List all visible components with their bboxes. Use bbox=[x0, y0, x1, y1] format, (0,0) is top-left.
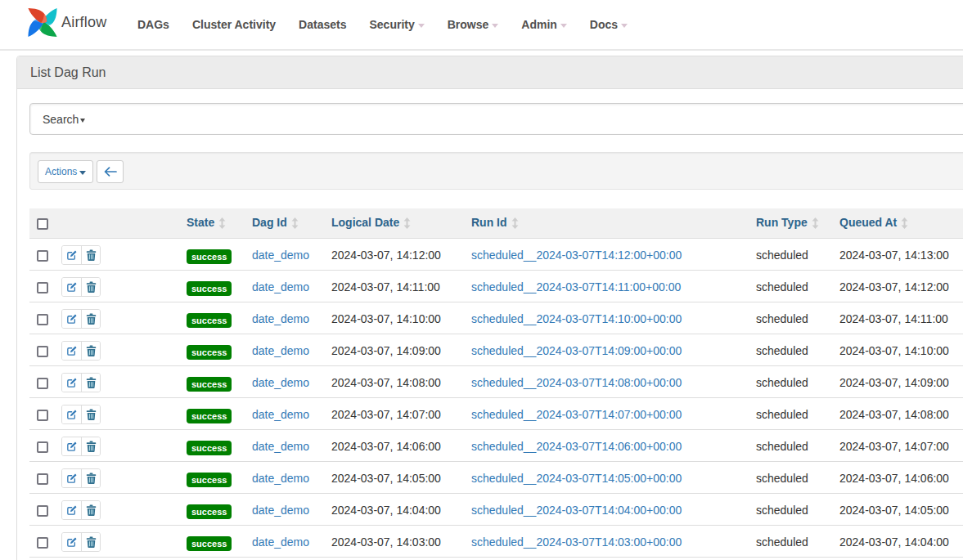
queued-at-value: 2024-03-07, 14:05:00 bbox=[839, 504, 949, 517]
column-sort-link[interactable]: Run Id bbox=[471, 215, 519, 231]
run-id-cell: scheduled__2024-03-07T14:08:00+00:00 bbox=[465, 365, 749, 397]
navbar-item-dags[interactable]: DAGs bbox=[126, 0, 181, 49]
dag-run-row: success date_demo 2024-03-07, 14:09:00 s… bbox=[29, 334, 963, 365]
edit-record-button[interactable] bbox=[62, 310, 81, 328]
navbar-item-docs[interactable]: Docs bbox=[578, 0, 639, 49]
edit-record-button[interactable] bbox=[62, 374, 81, 392]
edit-record-button[interactable] bbox=[62, 501, 81, 519]
caret-down-icon bbox=[79, 171, 86, 175]
column-sort-link[interactable]: State bbox=[187, 215, 226, 231]
airflow-brand[interactable]: Airflow bbox=[27, 7, 106, 38]
dag-id-link[interactable]: date_demo bbox=[252, 376, 309, 389]
delete-record-button[interactable] bbox=[81, 469, 100, 487]
select-all-checkbox[interactable] bbox=[37, 218, 48, 230]
column-sort-link[interactable]: Logical Date bbox=[331, 215, 411, 231]
row-checkbox[interactable] bbox=[37, 505, 48, 517]
dag-id-link[interactable]: date_demo bbox=[252, 440, 309, 453]
run-id-cell: scheduled__2024-03-07T14:05:00+00:00 bbox=[465, 461, 749, 493]
row-actions-cell bbox=[55, 302, 180, 334]
chevron-down-icon bbox=[492, 24, 498, 28]
run-id-link[interactable]: scheduled__2024-03-07T14:08:00+00:00 bbox=[471, 376, 682, 389]
row-checkbox[interactable] bbox=[37, 282, 48, 293]
edit-record-button[interactable] bbox=[62, 405, 81, 423]
row-checkbox[interactable] bbox=[37, 441, 48, 453]
row-select-cell bbox=[29, 493, 55, 525]
run-id-link[interactable]: scheduled__2024-03-07T14:12:00+00:00 bbox=[471, 249, 682, 262]
navbar-item-label: Security bbox=[369, 18, 414, 31]
actions-button[interactable]: Actions bbox=[38, 160, 93, 183]
navbar-item-datasets[interactable]: Datasets bbox=[287, 0, 358, 49]
dag-id-link[interactable]: date_demo bbox=[252, 344, 309, 357]
column-sort-link[interactable]: Dag Id bbox=[252, 215, 299, 231]
row-select-cell bbox=[29, 525, 55, 557]
state-cell: success bbox=[180, 493, 245, 525]
dag-id-cell: date_demo bbox=[245, 461, 325, 493]
edit-icon bbox=[66, 345, 78, 356]
dag-id-cell: date_demo bbox=[245, 365, 325, 397]
row-select-cell bbox=[29, 238, 55, 270]
dag-id-cell: date_demo bbox=[245, 270, 325, 302]
edit-record-button[interactable] bbox=[62, 278, 81, 296]
navbar-item-browse[interactable]: Browse bbox=[436, 0, 511, 49]
edit-icon bbox=[66, 313, 78, 325]
edit-record-button[interactable] bbox=[62, 342, 81, 360]
run-id-link[interactable]: scheduled__2024-03-07T14:07:00+00:00 bbox=[471, 408, 682, 421]
delete-record-button[interactable] bbox=[81, 342, 100, 360]
logical-date-value: 2024-03-07, 14:07:00 bbox=[331, 408, 441, 421]
column-sort-link[interactable]: Queued At bbox=[839, 215, 908, 231]
run-id-link[interactable]: scheduled__2024-03-07T14:03:00+00:00 bbox=[471, 535, 682, 549]
logical-date-value: 2024-03-07, 14:09:00 bbox=[331, 344, 441, 357]
dag-id-link[interactable]: date_demo bbox=[252, 312, 309, 325]
edit-record-button[interactable] bbox=[62, 469, 81, 487]
delete-record-button[interactable] bbox=[81, 310, 100, 328]
row-checkbox[interactable] bbox=[37, 378, 48, 389]
run-id-link[interactable]: scheduled__2024-03-07T14:04:00+00:00 bbox=[471, 504, 682, 517]
dag-id-link[interactable]: date_demo bbox=[252, 472, 309, 485]
queued-at-value: 2024-03-07, 14:13:00 bbox=[839, 249, 949, 262]
row-checkbox[interactable] bbox=[37, 473, 48, 485]
delete-record-button[interactable] bbox=[81, 405, 100, 423]
delete-record-button[interactable] bbox=[81, 374, 100, 392]
navbar-item-cluster-activity[interactable]: Cluster Activity bbox=[181, 0, 287, 49]
delete-record-button[interactable] bbox=[81, 246, 100, 264]
navbar-item-admin[interactable]: Admin bbox=[510, 0, 578, 49]
edit-record-button[interactable] bbox=[62, 437, 81, 455]
row-checkbox[interactable] bbox=[37, 346, 48, 357]
run-type-value: scheduled bbox=[756, 440, 808, 453]
dag-id-link[interactable]: date_demo bbox=[252, 504, 309, 517]
delete-record-button[interactable] bbox=[81, 437, 100, 455]
run-id-link[interactable]: scheduled__2024-03-07T14:05:00+00:00 bbox=[471, 472, 682, 485]
search-dropdown[interactable]: Search bbox=[29, 103, 963, 135]
state-cell: success bbox=[180, 302, 245, 334]
delete-record-button[interactable] bbox=[81, 278, 100, 296]
dag-id-cell: date_demo bbox=[245, 493, 325, 525]
dag-id-link[interactable]: date_demo bbox=[252, 535, 309, 549]
column-sort-link[interactable]: Run Type bbox=[756, 215, 819, 231]
state-cell: success bbox=[180, 334, 245, 365]
row-checkbox[interactable] bbox=[37, 250, 48, 262]
row-select-cell bbox=[29, 365, 55, 397]
run-type-cell: scheduled bbox=[749, 334, 833, 365]
edit-record-button[interactable] bbox=[62, 533, 81, 551]
queued-at-cell: 2024-03-07, 14:04:00 bbox=[833, 525, 963, 557]
navbar-item-security[interactable]: Security bbox=[358, 0, 435, 49]
dag-id-link[interactable]: date_demo bbox=[252, 280, 309, 293]
run-id-link[interactable]: scheduled__2024-03-07T14:10:00+00:00 bbox=[471, 312, 682, 325]
run-id-link[interactable]: scheduled__2024-03-07T14:09:00+00:00 bbox=[471, 344, 682, 357]
run-id-link[interactable]: scheduled__2024-03-07T14:06:00+00:00 bbox=[471, 440, 682, 453]
back-button[interactable] bbox=[97, 160, 124, 183]
run-id-cell: scheduled__2024-03-07T14:10:00+00:00 bbox=[465, 302, 749, 334]
queued-at-value: 2024-03-07, 14:04:00 bbox=[839, 535, 949, 549]
panel-body: Search Actions bbox=[17, 89, 963, 560]
dag-id-link[interactable]: date_demo bbox=[252, 249, 309, 262]
row-checkbox[interactable] bbox=[37, 410, 48, 421]
caret-down-icon bbox=[80, 119, 85, 123]
delete-record-button[interactable] bbox=[81, 501, 100, 519]
edit-record-button[interactable] bbox=[62, 246, 81, 264]
row-checkbox[interactable] bbox=[37, 537, 48, 549]
run-id-link[interactable]: scheduled__2024-03-07T14:11:00+00:00 bbox=[471, 280, 681, 293]
row-checkbox[interactable] bbox=[37, 314, 48, 325]
dag-id-link[interactable]: date_demo bbox=[252, 408, 309, 421]
delete-record-button[interactable] bbox=[81, 533, 100, 551]
column-header-dag-id: Dag Id bbox=[245, 208, 325, 238]
